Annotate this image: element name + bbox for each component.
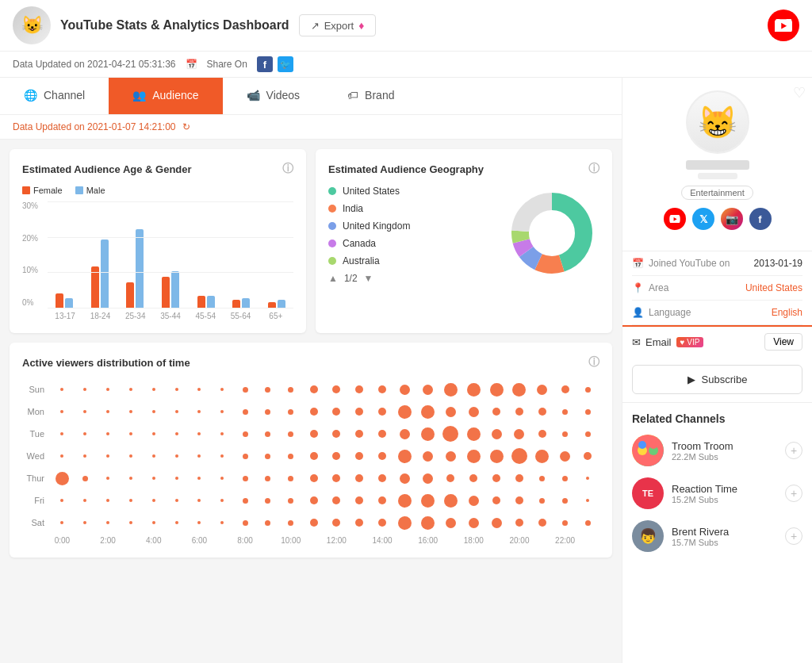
bubble-cell bbox=[439, 468, 462, 489]
instagram-social-icon[interactable]: 📷 bbox=[721, 208, 743, 230]
bubble-dot bbox=[355, 408, 363, 416]
bubble-dot bbox=[197, 454, 201, 458]
main-layout: 🌐 Channel 👥 Audience 📹 Videos 🏷 Brand Da… bbox=[0, 78, 812, 663]
troom-add-icon[interactable]: + bbox=[785, 442, 802, 459]
next-page-arrow[interactable]: ▼ bbox=[364, 273, 373, 284]
bubble-cell bbox=[553, 423, 576, 444]
bubble-dot bbox=[355, 430, 363, 438]
bubble-cell bbox=[211, 512, 234, 533]
bubble-cell bbox=[371, 401, 394, 422]
bubble-dot bbox=[585, 520, 591, 526]
cards-row: Estimated Audience Age & Gender ⓘ Female… bbox=[0, 140, 622, 343]
tab-videos[interactable]: 📹 Videos bbox=[223, 78, 324, 114]
meta-rows: 📅 Joined YouTube on 2013-01-19 📍 Area Un… bbox=[622, 251, 812, 325]
tab-brand[interactable]: 🏷 Brand bbox=[324, 78, 418, 114]
geography-info-icon[interactable]: ⓘ bbox=[588, 162, 599, 176]
bar-female-35-44 bbox=[162, 277, 170, 309]
bubble-dot bbox=[423, 385, 433, 395]
time-label-7 bbox=[211, 536, 234, 545]
bubble-cell bbox=[485, 512, 508, 533]
bubble-cell bbox=[530, 512, 553, 533]
bubble-cell bbox=[234, 401, 257, 422]
bubble-dot bbox=[152, 388, 155, 391]
bubble-cell bbox=[462, 490, 485, 511]
bubble-dot bbox=[515, 408, 523, 416]
active-viewers-info-icon[interactable]: ⓘ bbox=[588, 355, 599, 370]
bubble-dot bbox=[562, 409, 568, 415]
profile-section: ♡ 😸 Entertainment 𝕏 📷 f bbox=[622, 78, 812, 251]
bar-group-13-17 bbox=[48, 293, 82, 309]
bubble-dot bbox=[220, 521, 224, 524]
day-label-tue: Tue bbox=[22, 429, 51, 439]
bubble-row-mon: Mon bbox=[22, 401, 599, 422]
tab-channel-label: Channel bbox=[44, 89, 85, 102]
twitter-social-icon[interactable]: 𝕏 bbox=[692, 208, 714, 230]
heart-icon[interactable]: ♡ bbox=[793, 84, 806, 102]
bubble-dot bbox=[537, 385, 547, 395]
bubble-dot bbox=[243, 476, 248, 481]
bubble-cell bbox=[348, 401, 371, 422]
bubble-cell bbox=[165, 490, 188, 511]
bubble-dot bbox=[492, 429, 502, 439]
bar-female-18-24 bbox=[91, 266, 99, 309]
bubble-dot bbox=[442, 426, 458, 442]
tabs: 🌐 Channel 👥 Audience 📹 Videos 🏷 Brand bbox=[0, 78, 622, 115]
globe-icon: 🌐 bbox=[24, 89, 37, 102]
bubble-row-sun: Sun bbox=[22, 379, 599, 400]
bubble-dot bbox=[129, 454, 132, 458]
bubble-cell bbox=[302, 446, 325, 466]
calendar-meta-icon: 📅 bbox=[632, 258, 644, 269]
active-viewers-card: Active viewers distribution of time ⓘ Su… bbox=[10, 343, 612, 558]
brent-add-icon[interactable]: + bbox=[785, 527, 802, 545]
australia-label: Australia bbox=[343, 255, 380, 266]
bubble-cell bbox=[51, 446, 74, 466]
female-legend: Female bbox=[22, 186, 63, 195]
geo-legend: United States India United Kingdom bbox=[328, 186, 495, 284]
bubble-cell bbox=[371, 512, 394, 533]
tab-audience[interactable]: 👥 Audience bbox=[109, 78, 222, 114]
bubble-cell bbox=[234, 468, 257, 489]
day-label-wed: Wed bbox=[22, 451, 51, 461]
bar-male-25-34 bbox=[136, 229, 144, 309]
tab-channel[interactable]: 🌐 Channel bbox=[0, 78, 109, 114]
bubble-cell bbox=[485, 468, 508, 489]
related-item-reaction: TE Reaction Time 15.2M Subs + bbox=[632, 477, 802, 509]
bubble-dot bbox=[378, 474, 386, 482]
data-updated-text: Data Updated on 2021-04-21 05:31:36 bbox=[13, 59, 176, 70]
bubble-cell bbox=[462, 401, 485, 422]
bubble-dot bbox=[469, 518, 479, 528]
profile-emoji: 😸 bbox=[698, 104, 737, 141]
bubble-dot bbox=[423, 473, 433, 484]
bubble-cell bbox=[234, 490, 257, 511]
geo-uk: United Kingdom bbox=[328, 220, 495, 232]
bubble-dot bbox=[378, 430, 386, 438]
x-label-13-17: 13-17 bbox=[48, 312, 82, 320]
view-button[interactable]: View bbox=[764, 333, 802, 351]
bubble-dot bbox=[398, 494, 412, 508]
facebook-icon[interactable]: f bbox=[257, 56, 273, 72]
refresh-icon[interactable]: ↻ bbox=[182, 121, 190, 132]
bubble-cell bbox=[165, 401, 188, 422]
x-label-45-54: 45-54 bbox=[188, 312, 223, 320]
facebook-social-icon[interactable]: f bbox=[749, 208, 772, 230]
bubble-dot bbox=[355, 385, 363, 393]
bubble-cell bbox=[393, 379, 416, 400]
age-gender-info-icon[interactable]: ⓘ bbox=[282, 162, 293, 176]
subscribe-button[interactable]: ▶ Subscribe bbox=[632, 365, 802, 394]
twitter-icon[interactable]: 🐦 bbox=[278, 56, 293, 72]
prev-page-arrow[interactable]: ▲ bbox=[328, 273, 338, 284]
age-gender-title: Estimated Audience Age & Gender ⓘ bbox=[22, 162, 293, 176]
bubble-cell bbox=[165, 423, 188, 444]
uk-label: United Kingdom bbox=[343, 220, 410, 232]
time-label-9 bbox=[256, 536, 279, 545]
bubble-dot bbox=[243, 454, 248, 459]
export-button[interactable]: ↗ Export ♦ bbox=[299, 14, 377, 36]
time-label-18: 18:00 bbox=[462, 536, 485, 545]
svg-point-2 bbox=[632, 435, 664, 466]
bubble-cell bbox=[462, 512, 485, 533]
geography-card: Estimated Audience Geography ⓘ United St… bbox=[316, 149, 612, 333]
yt-social-icon[interactable] bbox=[664, 208, 686, 230]
reaction-add-icon[interactable]: + bbox=[785, 485, 802, 502]
bubble-cell bbox=[234, 379, 257, 400]
age-gender-card: Estimated Audience Age & Gender ⓘ Female… bbox=[10, 149, 306, 333]
